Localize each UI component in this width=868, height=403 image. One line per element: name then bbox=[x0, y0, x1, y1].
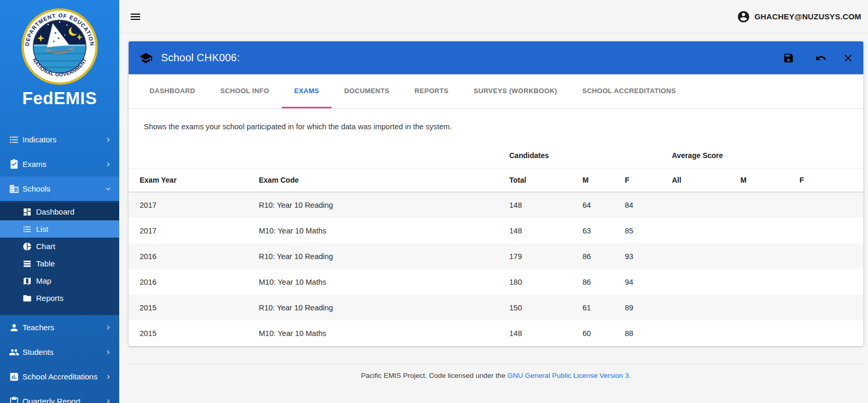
school-tabs: DASHBOARDSCHOOL INFOEXAMSDOCUMENTSREPORT… bbox=[129, 74, 863, 109]
sidebar-item-exams[interactable]: Exams bbox=[0, 152, 119, 176]
footer-text: Pacific EMIS Project. Code licensed unde… bbox=[361, 372, 507, 379]
table-cell: 86 bbox=[583, 269, 625, 295]
sidebar-subitem-label: List bbox=[36, 225, 119, 233]
tab-documents[interactable]: DOCUMENTS bbox=[332, 74, 402, 108]
table-cell bbox=[740, 243, 800, 269]
table-cell: 179 bbox=[509, 243, 583, 269]
table-rows-icon bbox=[22, 259, 32, 268]
table-cell: M10: Year 10 Maths bbox=[259, 320, 509, 346]
sidebar-subitem-map[interactable]: Map bbox=[0, 272, 119, 289]
footer-license-link[interactable]: GNU General Public License Version 3 bbox=[507, 372, 629, 379]
table-cell: 180 bbox=[509, 269, 583, 295]
sidebar-submenu-schools: DashboardListChartTableMapReports bbox=[0, 201, 119, 315]
table-cell: R10: Year 10 Reading bbox=[259, 192, 509, 218]
column-header-all-5: All bbox=[672, 168, 740, 192]
footer: Pacific EMIS Project. Code licensed unde… bbox=[129, 364, 863, 379]
sidebar-subitem-chart[interactable]: Chart bbox=[0, 238, 119, 255]
tab-school-info[interactable]: SCHOOL INFO bbox=[208, 74, 281, 108]
folder-icon bbox=[22, 294, 32, 303]
column-header-row: Exam YearExam CodeTotalMFAllMF bbox=[129, 168, 863, 192]
clipboard-icon bbox=[9, 396, 19, 403]
sidebar-item-students[interactable]: Students bbox=[0, 340, 119, 364]
table-row: 2015R10: Year 10 Reading1506189 bbox=[129, 295, 863, 320]
people-icon bbox=[9, 347, 19, 357]
tab-dashboard[interactable]: DASHBOARD bbox=[137, 74, 208, 108]
table-row: 2017M10: Year 10 Maths1486385 bbox=[129, 218, 863, 243]
table-cell: 64 bbox=[583, 192, 625, 218]
table-row: 2017R10: Year 10 Reading1486484 bbox=[129, 192, 863, 218]
school-icon bbox=[139, 51, 153, 65]
footer-suffix: . bbox=[629, 372, 631, 379]
table-row: 2016M10: Year 10 Maths1808694 bbox=[129, 269, 863, 295]
table-cell: 2016 bbox=[129, 269, 259, 295]
chevron-right-icon bbox=[104, 348, 112, 356]
table-cell: R10: Year 10 Reading bbox=[259, 295, 509, 320]
sidebar-item-teachers[interactable]: Teachers bbox=[0, 315, 119, 340]
table-cell bbox=[800, 320, 863, 346]
table-cell: 60 bbox=[583, 320, 625, 346]
table-cell: 63 bbox=[583, 218, 625, 243]
menu-icon[interactable] bbox=[129, 10, 142, 23]
main-area: GHACHEY@NUZUSYS.COM School CHK006: DASHB… bbox=[119, 0, 868, 403]
table-cell bbox=[800, 269, 863, 295]
exams-table: Candidates Average Score Exam YearExam C… bbox=[129, 143, 863, 346]
sidebar-nav: IndicatorsExamsSchoolsDashboardListChart… bbox=[0, 127, 119, 403]
sidebar-subitem-label: Reports bbox=[36, 294, 119, 303]
sidebar-subitem-dashboard[interactable]: Dashboard bbox=[0, 203, 119, 220]
table-cell bbox=[740, 320, 800, 346]
person-icon bbox=[9, 322, 19, 333]
sidebar-subitem-label: Table bbox=[36, 259, 119, 268]
column-header-m-3: M bbox=[583, 168, 625, 192]
table-cell: 86 bbox=[583, 243, 625, 269]
sidebar-item-schools[interactable]: Schools bbox=[0, 176, 119, 201]
table-cell: 2015 bbox=[129, 320, 259, 346]
sidebar-subitem-table[interactable]: Table bbox=[0, 255, 119, 272]
sidebar-subitem-label: Dashboard bbox=[36, 207, 119, 216]
table-cell: M10: Year 10 Maths bbox=[259, 269, 509, 295]
table-cell bbox=[672, 218, 740, 243]
tab-surveys-workbook[interactable]: SURVEYS (WORKBOOK) bbox=[461, 74, 570, 108]
sidebar-subitem-list[interactable]: List bbox=[0, 220, 119, 238]
sidebar: DEPARTMENT OF EDUCATION NATIONAL GOVERNM… bbox=[0, 0, 119, 403]
sidebar-subitem-reports[interactable]: Reports bbox=[0, 289, 119, 307]
account-circle-icon bbox=[737, 10, 750, 24]
chevron-right-icon bbox=[104, 323, 112, 332]
school-card: School CHK006: DASHBOARDSCHOOL INFOEXAMS… bbox=[129, 41, 863, 346]
sidebar-item-label: Teachers bbox=[22, 323, 104, 332]
sidebar-item-label: Schools bbox=[22, 184, 104, 193]
sidebar-item-quarterly-report[interactable]: Quarterly Report bbox=[0, 389, 119, 403]
sidebar-item-label: Quarterly Report bbox=[22, 397, 104, 403]
table-cell: 2017 bbox=[129, 192, 259, 218]
column-header-total-2: Total bbox=[509, 168, 583, 192]
group-header-candidates: Candidates bbox=[509, 143, 672, 168]
school-card-header: School CHK006: bbox=[129, 41, 863, 74]
dashboard-icon bbox=[22, 207, 32, 217]
table-cell: 2017 bbox=[129, 218, 259, 243]
pie-chart-icon bbox=[22, 242, 32, 251]
user-menu[interactable]: GHACHEY@NUZUSYS.COM bbox=[737, 10, 861, 24]
chevron-right-icon bbox=[104, 136, 112, 144]
table-cell: 2015 bbox=[129, 295, 259, 320]
undo-button[interactable] bbox=[815, 52, 827, 64]
column-header-f-4: F bbox=[625, 168, 672, 192]
tab-reports[interactable]: REPORTS bbox=[402, 74, 461, 108]
sidebar-item-school-accreditations[interactable]: School Accreditations bbox=[0, 364, 119, 389]
column-header-exam-code-1: Exam Code bbox=[259, 168, 509, 192]
sidebar-item-indicators[interactable]: Indicators bbox=[0, 127, 119, 152]
column-header-m-6: M bbox=[740, 168, 800, 192]
tab-school-accreditations[interactable]: SCHOOL ACCREDITATIONS bbox=[569, 74, 688, 108]
table-cell: 148 bbox=[509, 218, 583, 243]
close-button[interactable] bbox=[842, 52, 854, 64]
list-icon bbox=[9, 135, 19, 145]
table-cell bbox=[740, 192, 800, 218]
sidebar-item-label: Indicators bbox=[22, 135, 104, 144]
topbar: GHACHEY@NUZUSYS.COM bbox=[119, 0, 868, 33]
table-cell: 88 bbox=[625, 320, 672, 346]
table-cell bbox=[672, 192, 740, 218]
table-cell: R10: Year 10 Reading bbox=[259, 243, 509, 269]
save-button[interactable] bbox=[783, 52, 794, 64]
table-cell bbox=[672, 243, 740, 269]
chevron-right-icon bbox=[104, 373, 112, 381]
tab-exams[interactable]: EXAMS bbox=[282, 74, 332, 108]
app-title: FedEMIS bbox=[0, 88, 119, 108]
